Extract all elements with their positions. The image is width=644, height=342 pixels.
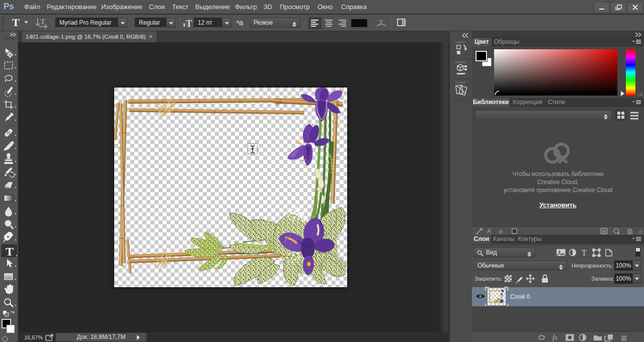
svg-text:St: St: [602, 229, 606, 234]
svg-text:A: A: [487, 228, 491, 234]
svg-text:fx: fx: [499, 228, 503, 234]
svg-text:T: T: [582, 248, 587, 257]
svg-text:T: T: [6, 245, 14, 258]
svg-text:fx: fx: [552, 334, 558, 341]
svg-text:T: T: [40, 18, 45, 26]
svg-text:T: T: [379, 18, 383, 26]
